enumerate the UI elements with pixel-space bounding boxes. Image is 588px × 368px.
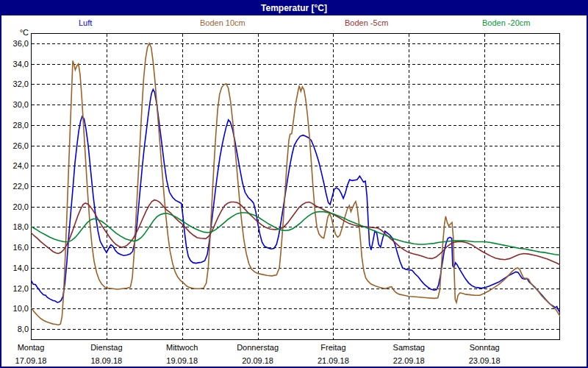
y-tick-label: 36,0	[1, 39, 29, 48]
y-tick-label: 28,0	[1, 121, 29, 130]
series-luft	[31, 89, 560, 312]
x-day-label: Mittwoch	[149, 343, 215, 352]
x-date-label: 17.09.18	[0, 356, 64, 365]
x-date-label: 20.09.18	[225, 356, 291, 365]
x-day-label: Samstag	[376, 343, 442, 352]
series-boden-5cm	[31, 200, 560, 265]
app-window: Temperatur [°C] LuftBoden 10cmBoden -5cm…	[0, 0, 588, 368]
legend-item-boden-5cm: Boden -5cm	[345, 18, 388, 27]
x-day-label: Sonntag	[451, 343, 517, 352]
y-tick-label: 24,0	[1, 161, 29, 170]
y-tick-label: 16,0	[1, 243, 29, 252]
legend-item-luft: Luft	[79, 18, 92, 27]
y-tick-label: 8,0	[1, 325, 29, 333]
y-tick-label: 20,0	[1, 202, 29, 211]
plot-area	[31, 33, 560, 340]
legend: LuftBoden 10cmBoden -5cmBoden -20cm	[1, 18, 587, 29]
series-boden-20cm	[31, 212, 560, 255]
y-tick-label: 12,0	[1, 284, 29, 293]
y-axis-unit: °C	[9, 28, 29, 37]
chart-title: Temperatur [°C]	[261, 3, 327, 13]
x-day-label: Dienstag	[74, 343, 140, 352]
y-tick-label: 30,0	[1, 100, 29, 109]
y-tick-label: 18,0	[1, 222, 29, 231]
x-day-label: Freitag	[300, 343, 366, 352]
title-bar: Temperatur [°C]	[1, 1, 587, 15]
y-tick-label: 14,0	[1, 263, 29, 272]
y-tick-label: 10,0	[1, 304, 29, 313]
x-day-label: Donnerstag	[225, 343, 291, 352]
legend-item-boden-20cm: Boden -20cm	[482, 18, 530, 27]
y-tick-label: 32,0	[1, 79, 29, 88]
x-day-label: Montag	[0, 343, 64, 352]
legend-item-boden-10cm: Boden 10cm	[200, 18, 245, 27]
x-date-label: 18.09.18	[74, 356, 140, 365]
x-date-label: 21.09.18	[300, 356, 366, 365]
x-date-label: 19.09.18	[149, 356, 215, 365]
x-date-label: 23.09.18	[451, 356, 517, 365]
y-tick-label: 34,0	[1, 60, 29, 68]
series-boden-10cm	[31, 43, 560, 325]
y-tick-label: 22,0	[1, 182, 29, 191]
x-date-label: 22.09.18	[376, 356, 442, 365]
y-tick-label: 26,0	[1, 141, 29, 150]
